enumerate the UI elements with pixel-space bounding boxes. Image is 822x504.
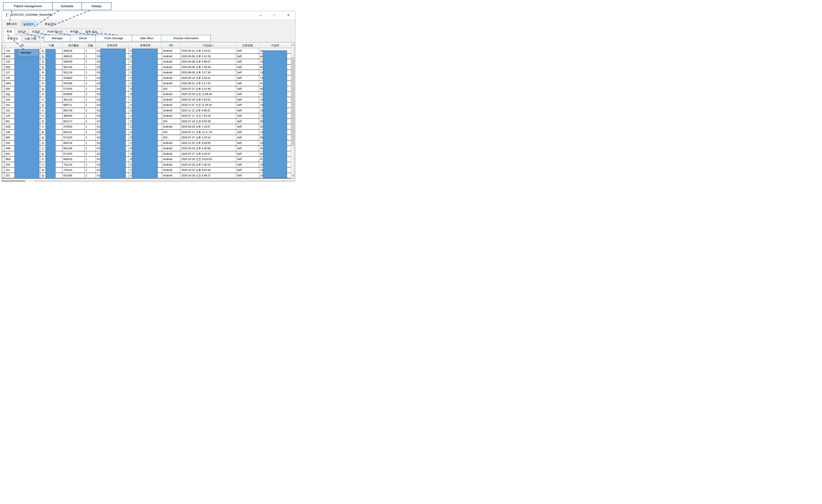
row-selector[interactable] — [2, 124, 5, 129]
row-selector[interactable] — [2, 151, 5, 156]
redaction-phone-column — [100, 49, 126, 179]
scrollbar-thumb[interactable] — [291, 57, 294, 146]
cell-birthdate: 631005 — [62, 173, 85, 178]
cell-birthdate: 560711 — [62, 102, 85, 108]
row-selector[interactable] — [2, 86, 5, 91]
tab-side-effect[interactable]: 부작용 — [67, 29, 82, 35]
row-selector[interactable] — [2, 75, 5, 81]
row-selector[interactable] — [2, 162, 5, 167]
cell-auth-method: Self — [236, 86, 259, 91]
row-selector[interactable] — [2, 140, 5, 146]
column-header-join-datetime[interactable]: 가입일시 — [180, 42, 236, 48]
annotation-doctor: Doctor — [70, 35, 96, 42]
row-selector[interactable] — [2, 135, 5, 140]
cell-gender: 2 — [85, 146, 96, 151]
row-selector[interactable] — [2, 65, 5, 70]
cell-gender: 1 — [85, 140, 96, 146]
cell-os: Android — [162, 92, 180, 97]
cell-join-datetime: 2020-10-16 오전 10:03:03 — [180, 157, 236, 162]
column-header-gender[interactable]: 성별 — [85, 42, 96, 48]
row-selector[interactable] — [2, 167, 5, 173]
scroll-down-button[interactable] — [291, 173, 294, 178]
cell-auth-method: Self — [236, 54, 259, 59]
cell-birthdate: 691115 — [62, 130, 85, 135]
grid-header: ID이름생년월일성별전화번호등록번호OS가입일시인증방법가입ID — [2, 42, 291, 48]
row-selector[interactable] — [2, 146, 5, 151]
cell-join-datetime: 2020-10-29 오전 5:48:27 — [180, 173, 236, 178]
redaction-regno-column — [132, 49, 158, 179]
row-selector[interactable] — [2, 92, 5, 97]
cell-birthdate: 410603 — [62, 75, 85, 81]
row-selector[interactable] — [2, 81, 5, 86]
row-selector[interactable] — [2, 119, 5, 124]
cell-gender: 2 — [85, 92, 96, 97]
cell-birthdate: 460516 — [62, 48, 85, 53]
cell-os: Android — [162, 81, 180, 86]
row-selector[interactable] — [2, 70, 5, 75]
hscrollbar-thumb[interactable] — [2, 180, 25, 182]
row-selector[interactable] — [2, 130, 5, 135]
screen: 20201228_19162bbe_MasterMD — □ ✕ 환자관리 일정… — [0, 0, 297, 182]
row-selector[interactable] — [2, 59, 5, 64]
cell-gender: 2 — [85, 81, 96, 86]
cell-join-datetime: 2020-07-27 오후 2:25:57 — [180, 151, 236, 156]
cell-birthdate: 620909 — [62, 92, 85, 97]
hscrollbar-track-segment — [25, 180, 34, 182]
cell-join-datetime: 2020-11-07 오전 11:29:16 — [180, 102, 236, 108]
cell-gender: 2 — [85, 130, 96, 135]
cell-auth-method: Self — [236, 167, 259, 173]
cell-gender: 1 — [85, 65, 96, 70]
menu-item-schedule-management[interactable]: 일정관리 — [21, 21, 36, 27]
tab-manager[interactable]: 관리자 — [15, 29, 29, 35]
tab-push-message[interactable]: Push 메시지 — [43, 29, 67, 35]
row-selector[interactable] — [2, 54, 5, 59]
cell-gender: 2 — [85, 108, 96, 113]
cell-birthdate: 600418 — [62, 157, 85, 162]
maximize-button[interactable]: □ — [270, 11, 279, 19]
cell-os: iOS — [162, 86, 180, 91]
subtab-member-info[interactable]: 회원정보 — [4, 35, 21, 42]
subtab-usage-record[interactable]: 사용 기록 — [21, 36, 39, 42]
cell-birthdate: 361210 — [62, 97, 85, 102]
column-header-phone[interactable]: 전화번호 — [96, 42, 129, 48]
row-selector[interactable] — [2, 113, 5, 118]
cell-os: Android — [162, 113, 180, 118]
column-header-reg-number[interactable]: 등록번호 — [129, 42, 162, 48]
column-header-auth-method[interactable]: 인증방법 — [236, 42, 259, 48]
row-selector[interactable] — [2, 48, 5, 53]
close-button[interactable]: ✕ — [284, 11, 293, 19]
column-header-join-id[interactable]: 가입ID — [259, 42, 291, 48]
tab-member[interactable]: 회원 — [3, 28, 15, 35]
cell-auth-method: Self — [236, 151, 259, 156]
tab-doctor[interactable]: 의료진 — [29, 29, 43, 35]
cell-gender: 2 — [85, 86, 96, 91]
scroll-up-button[interactable] — [291, 42, 294, 48]
menu-item-patient-management[interactable]: 환자관리 — [4, 21, 19, 27]
column-header-id[interactable]: ID — [5, 42, 40, 48]
row-selector[interactable] — [2, 102, 5, 108]
cell-birthdate: 571025 — [62, 151, 85, 156]
column-header-os[interactable]: OS — [162, 42, 180, 48]
menu-item-holiday-management[interactable]: 휴일관리 — [43, 21, 58, 27]
cell-auth-method: Self — [236, 102, 259, 108]
cell-auth-method: Self — [236, 97, 259, 102]
cell-auth-method: Self — [236, 173, 259, 178]
cell-auth-method: Self — [236, 124, 259, 129]
app-icon — [6, 13, 9, 17]
vertical-scrollbar[interactable] — [291, 42, 294, 178]
row-selector[interactable] — [2, 108, 5, 113]
minimize-button[interactable]: — — [257, 11, 265, 19]
cell-join-datetime: 2020-06-21 오후 3:17:32 — [180, 81, 236, 86]
row-selector[interactable] — [2, 157, 5, 162]
cell-join-datetime: 2020-06-25 오후 1:16:07 — [180, 124, 236, 129]
tab-disease-information[interactable]: 질병 정보 — [81, 29, 101, 35]
header-selector — [2, 42, 5, 48]
cell-os: iOS — [162, 135, 180, 140]
row-selector[interactable] — [2, 173, 5, 178]
annotation-push-message: Push message — [95, 35, 132, 42]
cell-os: Android — [162, 162, 180, 167]
column-header-birthdate[interactable]: 생년월일 — [62, 42, 85, 48]
column-header-name[interactable]: 이름 — [40, 42, 62, 48]
row-selector[interactable] — [2, 97, 5, 102]
horizontal-scrollbar[interactable] — [2, 180, 296, 182]
